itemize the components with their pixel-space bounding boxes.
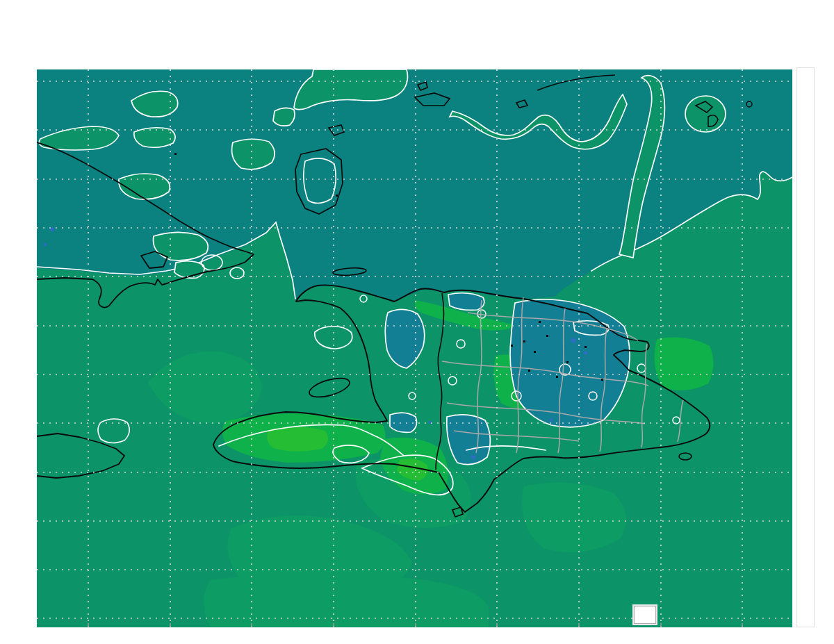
map-canvas — [37, 69, 792, 627]
watermark-badge — [634, 606, 656, 624]
temperature-colorbar — [796, 67, 815, 627]
weather-map-page: { "header": { "title": "Temperatura (C,s… — [0, 0, 834, 644]
temperature-field-map — [37, 69, 792, 627]
